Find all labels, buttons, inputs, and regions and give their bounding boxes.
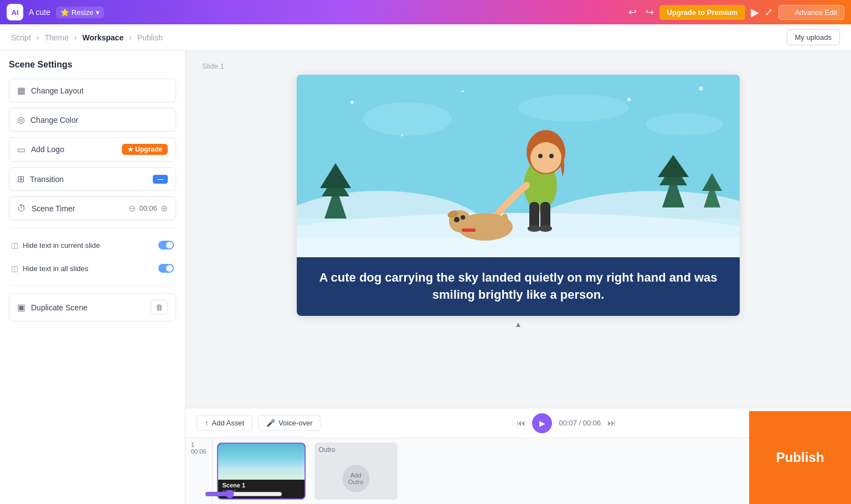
scene-card-title: Scene 1 <box>223 482 300 489</box>
timer-controls: ⊖ 00:06 ⊕ <box>128 203 168 214</box>
slide-container: A cute dog carrying the sky landed quiet… <box>297 75 740 316</box>
canvas-area: Slide 1 <box>185 51 851 408</box>
transition-badge: — <box>153 175 168 184</box>
zoom-slider[interactable] <box>205 490 282 498</box>
publish-area[interactable]: Publish <box>749 411 851 504</box>
timer-decrement-button[interactable]: ⊖ <box>128 203 136 214</box>
outro-add-area: AddOutro <box>314 457 398 500</box>
timeline-area: 1 00:06 Scene 1 00:06 ⧉ ⊞ <box>185 438 851 504</box>
add-asset-button[interactable]: ↑ Add Asset <box>197 415 252 431</box>
svg-point-35 <box>350 101 354 104</box>
content-area: Slide 1 <box>185 51 851 504</box>
main-layout: Scene Settings ▦ Change Layout ◎ Change … <box>0 51 851 504</box>
change-layout-button[interactable]: ▦ Change Layout <box>9 79 176 102</box>
breadcrumb-script[interactable]: Script <box>11 33 31 42</box>
hide-text-all-icon: ◫ <box>11 264 18 273</box>
breadcrumb-workspace[interactable]: Workspace <box>82 33 123 42</box>
change-color-button[interactable]: ◎ Change Color <box>9 108 176 132</box>
preview-button[interactable]: ▶ <box>751 6 759 19</box>
slide-label: Slide 1 <box>202 62 224 70</box>
advance-edit-star-icon: ✦ <box>786 8 792 17</box>
svg-point-21 <box>539 225 552 232</box>
upgrade-button[interactable]: Upgrade to Premium <box>659 5 746 20</box>
add-logo-row[interactable]: ▭ Add Logo ★ Upgrade <box>9 137 176 162</box>
timer-icon: ⏱ <box>17 204 26 214</box>
breadcrumb-publish[interactable]: Publish <box>137 33 163 42</box>
svg-point-2 <box>518 94 629 122</box>
slide-image <box>297 75 740 257</box>
layout-icon: ▦ <box>17 85 25 96</box>
outro-card[interactable]: Outro AddOutro <box>314 443 398 500</box>
breadcrumb-theme[interactable]: Theme <box>44 33 69 42</box>
svg-point-38 <box>699 86 703 91</box>
redo-button[interactable]: ↪ <box>646 6 654 18</box>
scene-background <box>297 75 740 257</box>
transition-icon: ⊞ <box>17 174 24 184</box>
slide-text: A cute dog carrying the sky landed quiet… <box>297 257 740 316</box>
time-display: 00:07 / 00:06 <box>559 419 601 427</box>
publish-label: Publish <box>776 450 824 465</box>
duplicate-icon: ▣ <box>17 302 25 313</box>
undo-button[interactable]: ↩ <box>628 6 637 18</box>
duplicate-scene-row: ▣ Duplicate Scene 🗑 <box>9 293 176 321</box>
topbar: AI A cute ⭐ Resize ▾ ↩ ↪ Upgrade to Prem… <box>0 0 851 24</box>
breadcrumb-bar: Script › Theme › Workspace › Publish My … <box>0 24 851 51</box>
skip-forward-button[interactable]: ⏭ <box>607 418 616 428</box>
svg-rect-32 <box>462 228 476 232</box>
svg-point-29 <box>454 217 460 222</box>
add-outro-button[interactable]: AddOutro <box>342 465 370 492</box>
svg-point-24 <box>538 154 543 158</box>
svg-point-3 <box>646 113 723 136</box>
svg-point-37 <box>627 98 631 101</box>
svg-rect-8 <box>297 238 740 257</box>
voiceover-button[interactable]: 🎤 Voice-over <box>258 415 321 431</box>
timer-value: 00:06 <box>139 204 157 212</box>
topbar-actions: ↩ ↪ <box>628 6 654 18</box>
color-icon: ◎ <box>17 115 25 125</box>
outro-label: Outro <box>314 443 398 457</box>
add-asset-icon: ↑ <box>205 419 209 427</box>
app-title: A cute <box>29 8 50 17</box>
svg-point-30 <box>461 215 465 220</box>
microphone-icon: 🎤 <box>266 419 275 427</box>
play-button[interactable]: ▶ <box>532 413 552 433</box>
timer-increment-button[interactable]: ⊕ <box>161 203 168 214</box>
hide-text-all-row: ◫ Hide text in all slides <box>9 259 176 277</box>
share-button[interactable]: ⤢ <box>765 6 773 18</box>
upgrade-badge[interactable]: ★ Upgrade <box>122 144 168 155</box>
breadcrumb: Script › Theme › Workspace › Publish <box>11 33 163 42</box>
advance-edit-button[interactable]: ✦ Advance Edit <box>778 5 844 20</box>
hide-text-current-icon: ◫ <box>11 241 18 250</box>
hide-text-all-toggle[interactable] <box>158 264 174 273</box>
divider-1 <box>9 228 176 228</box>
resize-control[interactable]: ⭐ Resize ▾ <box>56 7 104 18</box>
playback-left: ↑ Add Asset 🎤 Voice-over <box>197 415 321 431</box>
playback-center: ⏮ ▶ 00:07 / 00:06 ⏭ <box>517 413 616 433</box>
svg-point-25 <box>549 154 554 158</box>
scene-svg <box>297 75 740 257</box>
scene-thumbnail <box>218 444 305 480</box>
sidebar: Scene Settings ▦ Change Layout ◎ Change … <box>0 51 185 504</box>
app-logo: AI <box>7 4 23 20</box>
svg-point-36 <box>462 90 464 92</box>
svg-point-23 <box>530 142 561 173</box>
svg-point-1 <box>363 102 452 136</box>
scene-timer-row[interactable]: ⏱ Scene Timer ⊖ 00:06 ⊕ <box>9 196 176 220</box>
divider-2 <box>9 285 176 285</box>
svg-point-39 <box>401 134 403 137</box>
delete-scene-button[interactable]: 🗑 <box>151 300 168 315</box>
slide-arrow-indicator: ▲ <box>514 319 522 329</box>
skip-back-button[interactable]: ⏮ <box>517 418 525 428</box>
hide-text-current-toggle[interactable] <box>158 241 174 250</box>
hide-text-current-row: ◫ Hide text in current slide <box>9 236 176 254</box>
transition-row[interactable]: ⊞ Transition — <box>9 167 176 191</box>
logo-icon: ▭ <box>17 144 25 155</box>
zoom-slider-container <box>205 490 288 501</box>
scene-settings-title: Scene Settings <box>9 60 176 70</box>
my-uploads-button[interactable]: My uploads <box>787 29 840 45</box>
